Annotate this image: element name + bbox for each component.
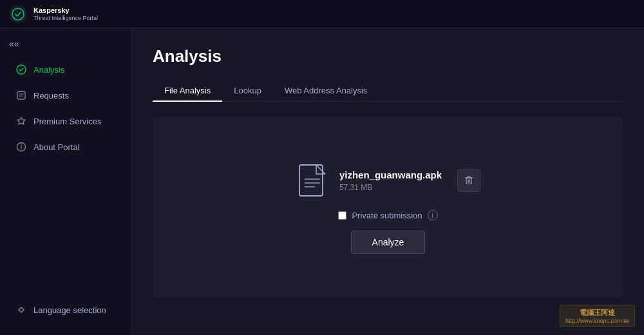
- sidebar-item-label-analysis: Analysis: [33, 65, 64, 75]
- app-name: Kaspersky: [33, 6, 98, 15]
- analysis-icon: [15, 64, 27, 75]
- file-icon: [296, 161, 329, 200]
- file-dropzone[interactable]: yizhen_guanwang.apk 57.31 MB Private: [153, 117, 623, 298]
- sidebar-item-premium-services[interactable]: Premium Services: [4, 109, 128, 133]
- sidebar-collapse-button[interactable]: ««: [0, 36, 131, 57]
- page-title: Analysis: [153, 46, 623, 66]
- language-icon: [15, 304, 27, 316]
- file-info: yizhen_guanwang.apk 57.31 MB: [339, 169, 442, 192]
- file-size: 57.31 MB: [339, 183, 442, 192]
- svg-point-1: [17, 65, 26, 74]
- private-submission-row: Private submission i: [338, 210, 437, 220]
- sidebar-item-analysis[interactable]: Analysis: [4, 57, 128, 82]
- tab-web-address-analysis[interactable]: Web Address Analysis: [273, 81, 379, 102]
- app-title-group: Kaspersky Threat Intelligence Portal: [33, 6, 98, 22]
- file-row: yizhen_guanwang.apk 57.31 MB: [296, 161, 480, 200]
- private-submission-label: Private submission: [352, 211, 422, 220]
- topbar: Kaspersky Threat Intelligence Portal: [0, 0, 644, 28]
- app-logo: [9, 5, 27, 23]
- about-icon: [15, 141, 27, 153]
- tab-lookup[interactable]: Lookup: [222, 81, 273, 102]
- sidebar-item-about-portal[interactable]: About Portal: [4, 135, 128, 159]
- svg-rect-2: [17, 91, 25, 99]
- sidebar-bottom: Language selection: [0, 292, 131, 327]
- premium-icon: [15, 115, 27, 127]
- file-name: yizhen_guanwang.apk: [339, 169, 442, 180]
- svg-rect-12: [466, 178, 471, 184]
- svg-rect-8: [299, 165, 323, 196]
- language-label: Language selection: [33, 305, 106, 315]
- sidebar-item-requests[interactable]: Requests: [4, 83, 128, 108]
- private-submission-checkbox[interactable]: [338, 211, 346, 220]
- tab-bar: File Analysis Lookup Web Address Analysi…: [153, 81, 623, 102]
- delete-file-button[interactable]: [457, 169, 480, 192]
- language-selection[interactable]: Language selection: [4, 298, 128, 322]
- svg-point-7: [21, 144, 22, 146]
- sidebar-item-label-about: About Portal: [33, 142, 80, 152]
- sidebar: «« Analysis Requests: [0, 28, 132, 335]
- sidebar-item-label-premium: Premium Services: [33, 117, 101, 126]
- info-icon[interactable]: i: [428, 210, 438, 220]
- app-subtitle: Threat Intelligence Portal: [33, 15, 98, 22]
- requests-icon: [15, 90, 27, 101]
- analyze-button[interactable]: Analyze: [351, 231, 426, 254]
- sidebar-item-label-requests: Requests: [33, 91, 69, 100]
- tab-file-analysis[interactable]: File Analysis: [153, 81, 222, 102]
- watermark: 電腦王阿達 http://www.knopc.com.tw: [560, 305, 635, 327]
- content-area: Analysis File Analysis Lookup Web Addres…: [132, 28, 644, 335]
- svg-point-0: [12, 8, 24, 20]
- main-layout: «« Analysis Requests: [0, 28, 644, 335]
